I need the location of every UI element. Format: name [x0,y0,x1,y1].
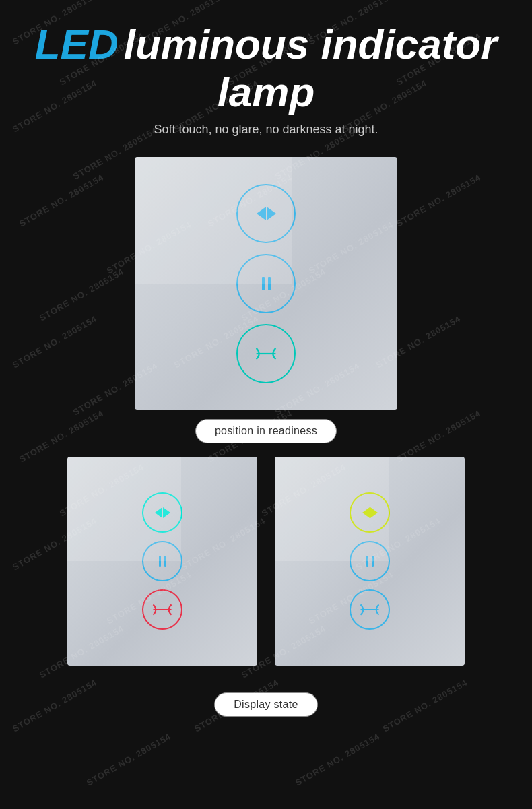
left-pause-circle [142,541,182,581]
right-arrow-right [370,507,378,518]
right-pause-bar-r [372,556,374,567]
arrow-right-icon [267,207,276,220]
left-bow-svg [151,602,174,617]
right-arrow-left [362,507,370,518]
bow-icon [254,346,278,362]
arrow-left-icon [257,207,266,220]
center-bow-circle [236,324,296,383]
right-panel [275,457,465,666]
left-pause-bar-r [164,556,166,567]
title-led: LED [35,21,119,67]
pause-bar-left [262,277,265,290]
right-pause-circle [350,541,390,581]
title-section: LEDluminous indicator lamp [20,20,512,116]
center-forward-circle [236,184,296,243]
bottom-row: Display state [20,457,512,717]
center-pause-circle [236,254,296,313]
bottom-badge: Display state [214,692,318,717]
left-pause-icon [159,556,166,567]
left-arrow-right [163,507,170,518]
right-pause-icon [366,556,374,567]
left-arrow-left [155,507,162,518]
right-bow-svg [358,602,381,617]
center-badge: position in readiness [195,419,337,443]
center-panel-wrapper: position in readiness [20,157,512,443]
subtitle: Soft touch, no glare, no darkness at nig… [20,123,512,137]
left-pause-bar-l [159,556,161,567]
bottom-panels [67,457,465,666]
pause-icon [262,277,271,290]
right-bow-circle [350,589,390,630]
center-panel [135,157,397,410]
left-bow-circle [142,589,182,630]
right-forward-icon [362,507,378,518]
bow-svg [254,346,278,362]
right-pause-bar-l [366,556,368,567]
left-forward-circle [142,492,182,533]
forward-icon [257,207,276,220]
pause-bar-right [268,277,271,290]
title-rest: luminous indicator lamp [124,21,498,115]
left-forward-icon [155,507,170,518]
left-panel [67,457,257,666]
right-forward-circle [350,492,390,533]
